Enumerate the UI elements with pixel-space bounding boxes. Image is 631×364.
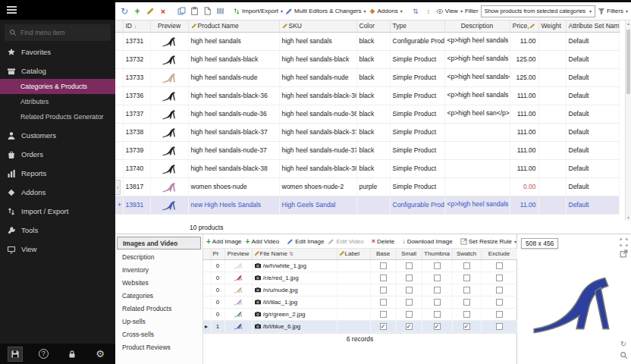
help-icon[interactable]: ?	[36, 347, 51, 362]
image-row-b-l-blue-6-jpg[interactable]: ▸1/b/l/blue_6.jpg✓✓✓✓	[203, 320, 517, 332]
checkbox-base[interactable]	[370, 308, 396, 320]
col-small[interactable]: Small	[396, 249, 422, 259]
checkbox-swatch[interactable]: ✓	[452, 320, 481, 332]
edit-image-button[interactable]: Edit Image	[287, 238, 324, 245]
thumbnail-checkbox[interactable]	[434, 299, 441, 306]
product-row-13740[interactable]: 13740high heel sandals-black-38high heel…	[115, 159, 619, 177]
tab-inventory[interactable]: Inventory	[117, 264, 201, 277]
exclude-checkbox[interactable]	[496, 262, 503, 269]
tab-categories[interactable]: Categories	[117, 290, 201, 303]
sort-rows-icon[interactable]: ⇅	[410, 6, 421, 17]
thumbnail-checkbox[interactable]	[434, 262, 441, 269]
thumbnail-checkbox[interactable]	[434, 311, 441, 318]
sidebar-item-categories-products[interactable]: Categories & Products	[0, 79, 115, 94]
filters-button[interactable]: Filters▾	[598, 8, 628, 15]
base-checkbox[interactable]	[380, 262, 387, 269]
checkbox-thumbnail[interactable]	[422, 259, 452, 271]
col-label[interactable]: Label	[337, 249, 370, 259]
col-swatch[interactable]: Swatch	[452, 249, 481, 259]
checkbox-base[interactable]	[370, 296, 396, 308]
sidebar-search[interactable]	[5, 24, 111, 41]
row-height-icon[interactable]: ↕	[423, 6, 434, 17]
col-sku[interactable]: SKU	[279, 20, 356, 32]
image-row-r-e-red-1-jpg[interactable]: 0/r/e/red_1.jpg	[203, 271, 517, 284]
base-checkbox[interactable]: ✓	[380, 323, 387, 330]
product-row-13739[interactable]: 13739high heel sandals-nude-37high heel …	[115, 141, 619, 159]
product-row-13737[interactable]: 13737high heel sandals-nude-36high heel …	[115, 105, 619, 123]
checkbox-base[interactable]	[370, 271, 396, 284]
add-product-icon[interactable]: +	[132, 6, 143, 17]
base-checkbox[interactable]	[380, 311, 387, 318]
thumbnail-checkbox[interactable]	[434, 275, 441, 281]
product-row-13732[interactable]: 13732high heel sandals-blackhigh heel sa…	[115, 50, 619, 68]
tab-description[interactable]: Description	[117, 251, 201, 264]
small-checkbox[interactable]	[406, 262, 413, 269]
settings-gear-icon[interactable]: ⚙	[93, 347, 108, 362]
checkbox-thumbnail[interactable]	[422, 271, 452, 284]
tab-up-sells[interactable]: Up-sells	[117, 315, 201, 328]
paste-icon[interactable]	[189, 6, 199, 17]
checkbox-swatch[interactable]	[452, 271, 481, 284]
checkbox-thumbnail[interactable]: ✓	[422, 320, 452, 332]
col-file-name[interactable]: File Name ⇅	[252, 249, 337, 259]
product-row-13733[interactable]: 13733high heel sandals-nudehigh heel san…	[115, 68, 619, 86]
col-attribute-set[interactable]: Attribute Set Name	[566, 20, 619, 32]
product-row-13738[interactable]: 13738high heel sandals-black-37high heel…	[115, 123, 619, 141]
thumbnail-checkbox[interactable]: ✓	[434, 323, 441, 330]
checkbox-swatch[interactable]	[452, 308, 481, 320]
checkbox-thumbnail[interactable]	[422, 296, 452, 308]
col-preview[interactable]: Preview	[150, 20, 188, 32]
col-thumbnail[interactable]: Thumbna	[422, 249, 452, 259]
tab-images-and-video[interactable]: Images and Video	[117, 237, 201, 249]
checkbox-swatch[interactable]	[452, 296, 481, 308]
scroll-up-icon[interactable]: ▲	[626, 20, 631, 27]
small-checkbox[interactable]: ✓	[406, 323, 413, 330]
small-checkbox[interactable]	[406, 287, 413, 293]
checkbox-exclude[interactable]	[481, 284, 517, 296]
filter-select[interactable]: Show products from selected categories▾	[481, 5, 595, 17]
small-checkbox[interactable]	[406, 275, 413, 281]
image-row-g-r-green-2-jpg[interactable]: 0/g/r/green_2.jpg	[203, 308, 517, 320]
base-checkbox[interactable]	[380, 287, 387, 293]
col-base[interactable]: Base	[370, 249, 396, 259]
sidebar-item-related-products-generator[interactable]: Related Products Generator	[0, 109, 115, 124]
sidebar-item-favorites[interactable]: Favorites	[0, 44, 115, 60]
base-checkbox[interactable]	[380, 299, 387, 306]
checkbox-small[interactable]	[396, 296, 422, 308]
add-image-button[interactable]: +Add Image	[206, 237, 242, 246]
checkbox-small[interactable]: ✓	[396, 320, 422, 332]
base-checkbox[interactable]	[380, 275, 387, 281]
exclude-checkbox[interactable]	[496, 299, 503, 306]
swatch-checkbox[interactable]	[463, 287, 470, 293]
tab-websites[interactable]: Websites	[117, 277, 201, 290]
col-type[interactable]: Type	[390, 20, 444, 32]
checkbox-small[interactable]	[396, 271, 422, 284]
columns-icon[interactable]	[215, 6, 225, 17]
sidebar-item-import-export[interactable]: Import / Export	[0, 203, 115, 219]
exclude-checkbox[interactable]	[496, 287, 503, 293]
exclude-checkbox[interactable]	[496, 275, 503, 281]
thumbnail-checkbox[interactable]	[434, 287, 441, 293]
open-external-icon[interactable]	[619, 249, 628, 259]
import-export-button[interactable]: Import/Export▾	[233, 8, 283, 15]
checkbox-base[interactable]	[370, 259, 396, 271]
small-checkbox[interactable]	[406, 299, 413, 306]
copy-icon[interactable]	[176, 6, 187, 17]
checkbox-exclude[interactable]	[481, 271, 517, 284]
col-position[interactable]: Pr	[211, 249, 224, 259]
sidebar-item-customers[interactable]: Customers	[0, 127, 115, 143]
swatch-checkbox[interactable]	[463, 262, 470, 269]
tab-product-reviews[interactable]: Product Reviews	[117, 341, 201, 354]
product-row-13817[interactable]: 13817women shoes-nudewomen shoes-nude-2p…	[115, 177, 619, 196]
swatch-checkbox[interactable]	[463, 275, 470, 281]
col-exclude[interactable]: Exclude	[481, 249, 517, 259]
image-row-l-i-lilac-1-jpg[interactable]: 0/l/i/lilac_1.jpg	[203, 296, 517, 308]
menu-search-input[interactable]	[20, 29, 104, 36]
sidebar-item-orders[interactable]: Orders	[0, 146, 115, 162]
download-image-button[interactable]: ↓Download Image	[402, 237, 453, 245]
checkbox-swatch[interactable]	[452, 259, 481, 271]
checkbox-base[interactable]: ✓	[370, 320, 396, 332]
rotate-image-icon[interactable]: ↻	[619, 340, 628, 349]
product-image-preview[interactable]	[526, 246, 619, 353]
checkbox-small[interactable]	[396, 284, 422, 296]
